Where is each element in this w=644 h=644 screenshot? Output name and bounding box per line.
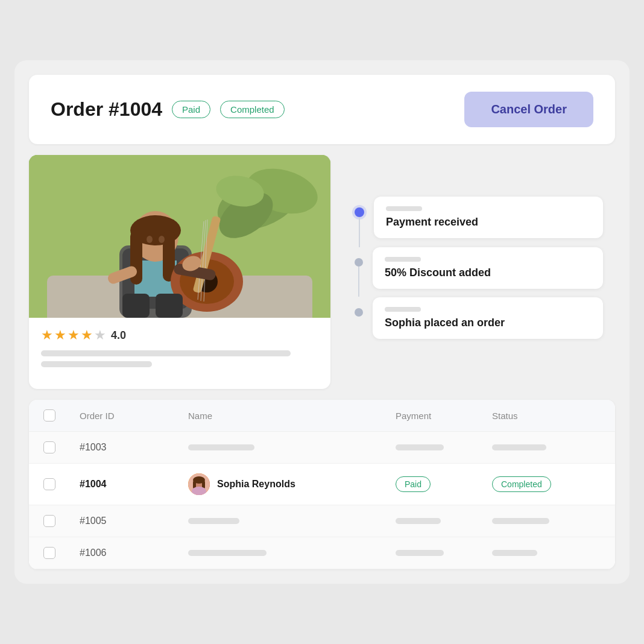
name-sophia: Sophia Reynolds [217, 479, 295, 490]
product-image-placeholder [29, 155, 330, 318]
timeline-line-2 [358, 267, 359, 297]
timeline-card-3: Sophia placed an order [373, 297, 603, 339]
checkbox-col-1006 [43, 547, 80, 559]
checkbox-col-1004 [43, 478, 80, 490]
checkbox-col-1003 [43, 441, 80, 453]
timeline-line-1 [359, 217, 360, 247]
payment-col-1006 [396, 550, 492, 556]
timeline-dot-active [355, 207, 364, 217]
svg-rect-26 [122, 294, 150, 318]
star-4: ★ [81, 327, 93, 343]
paid-badge: Paid [172, 101, 210, 118]
row-checkbox-1004[interactable] [43, 478, 55, 490]
timeline-section: Payment received 50% Discount added [343, 155, 615, 389]
status-placeholder-1005 [492, 518, 549, 524]
star-3: ★ [68, 327, 80, 343]
product-info: ★ ★ ★ ★ ★ 4.0 [29, 318, 330, 377]
timeline-title-3: Sophia placed an order [385, 317, 591, 329]
row-checkbox-1005[interactable] [43, 515, 55, 527]
timeline-label-bar-3 [385, 307, 421, 312]
timeline-dot-3 [355, 308, 363, 317]
svg-rect-27 [156, 294, 183, 318]
name-col-1003 [188, 444, 396, 450]
status-col-1006 [492, 550, 601, 556]
star-5: ★ [94, 327, 106, 343]
name-col-1006 [188, 550, 396, 556]
row-checkbox-1006[interactable] [43, 547, 55, 559]
svg-point-14 [147, 236, 153, 243]
select-all-checkbox[interactable] [43, 409, 55, 421]
completed-badge-row: Completed [492, 476, 551, 492]
svg-point-15 [159, 236, 165, 243]
table-header: Order ID Name Payment Status [29, 400, 615, 432]
header-order-id: Order ID [80, 411, 188, 421]
name-placeholder-1006 [188, 550, 267, 556]
order-id-1004: #1004 [80, 479, 188, 490]
timeline-item-1: Payment received [355, 197, 603, 247]
name-placeholder-1005 [188, 518, 239, 524]
order-title-group: Order #1004 Paid Completed [51, 98, 285, 121]
product-card: ★ ★ ★ ★ ★ 4.0 [29, 155, 330, 389]
header-status: Status [492, 411, 601, 421]
product-image [29, 155, 330, 318]
name-col-1004: Sophia Reynolds [188, 473, 396, 495]
header-checkbox-col [43, 409, 80, 421]
status-placeholder-1006 [492, 550, 537, 556]
completed-badge: Completed [220, 101, 285, 118]
middle-section: ★ ★ ★ ★ ★ 4.0 [29, 155, 615, 389]
order-id-1005: #1005 [80, 516, 188, 526]
status-col-1004: Completed [492, 476, 601, 492]
product-desc-long [41, 350, 291, 356]
main-container: Order #1004 Paid Completed Cancel Order [14, 60, 630, 584]
table-row-1006: #1006 [29, 537, 615, 569]
header-payment: Payment [396, 411, 492, 421]
rating-row: ★ ★ ★ ★ ★ 4.0 [41, 327, 318, 343]
status-col-1003 [492, 444, 601, 450]
timeline-label-bar-2 [385, 257, 421, 262]
checkbox-col-1005 [43, 515, 80, 527]
payment-col-1003 [396, 444, 492, 450]
timeline-dot-col-1 [355, 197, 364, 247]
cancel-order-button[interactable]: Cancel Order [464, 92, 593, 127]
order-title: Order #1004 [51, 98, 162, 121]
payment-col-1004: Paid [396, 476, 492, 492]
name-placeholder-1003 [188, 444, 254, 450]
payment-placeholder-1005 [396, 518, 441, 524]
star-2: ★ [54, 327, 66, 343]
timeline-card-1: Payment received [374, 197, 603, 238]
table-row-1004: #1004 Sophia Reynolds Paid [29, 464, 615, 505]
product-desc-short [41, 361, 152, 367]
stars: ★ ★ ★ ★ ★ [41, 327, 106, 343]
timeline-dot-2 [355, 258, 363, 267]
status-placeholder-1003 [492, 444, 546, 450]
payment-placeholder-1003 [396, 444, 444, 450]
order-id-1003: #1003 [80, 442, 188, 453]
timeline-item-3: Sophia placed an order [355, 297, 603, 347]
avatar-sophia [188, 473, 210, 495]
header-name: Name [188, 411, 396, 421]
row-checkbox-1003[interactable] [43, 441, 55, 453]
order-header-card: Order #1004 Paid Completed Cancel Order [29, 75, 615, 144]
timeline-dot-col-3 [355, 297, 363, 317]
name-col-1005 [188, 518, 396, 524]
orders-table: Order ID Name Payment Status #1003 [29, 400, 615, 569]
timeline-dot-col-2 [355, 247, 363, 297]
timeline-item-2: 50% Discount added [355, 247, 603, 297]
paid-badge-row: Paid [396, 476, 431, 492]
timeline-title-2: 50% Discount added [385, 267, 591, 279]
payment-placeholder-1006 [396, 550, 444, 556]
payment-col-1005 [396, 518, 492, 524]
timeline-title-1: Payment received [386, 216, 591, 229]
timeline-card-2: 50% Discount added [373, 247, 603, 289]
table-row-1005: #1005 [29, 505, 615, 537]
timeline-label-bar-1 [386, 206, 422, 211]
table-row-1003: #1003 [29, 432, 615, 464]
star-1: ★ [41, 327, 53, 343]
status-col-1005 [492, 518, 601, 524]
rating-value: 4.0 [111, 329, 126, 342]
order-id-1006: #1006 [80, 548, 188, 558]
